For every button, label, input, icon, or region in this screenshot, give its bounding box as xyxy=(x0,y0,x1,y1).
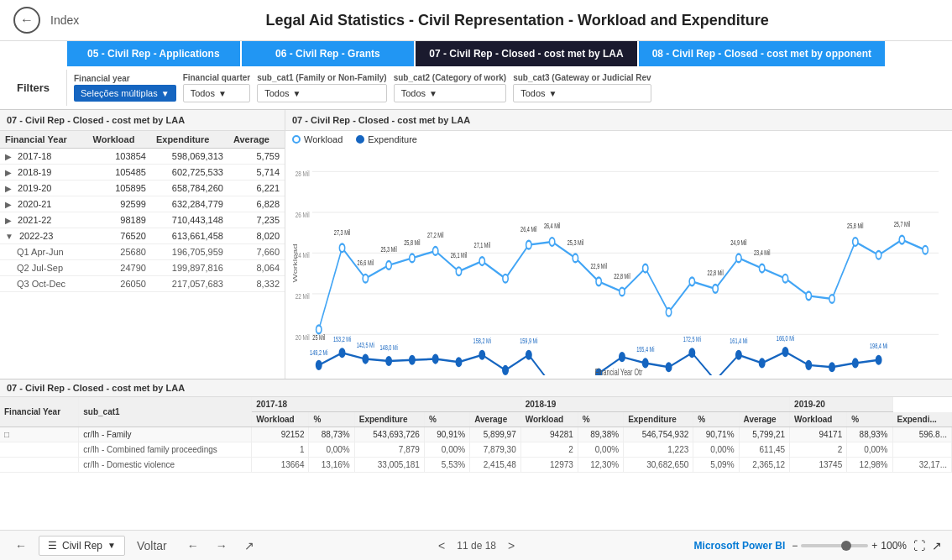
expand-icon[interactable]: ▶ xyxy=(5,200,12,209)
svg-text:158,2 Mi: 158,2 Mi xyxy=(473,338,492,345)
index-link[interactable]: Index xyxy=(50,13,79,27)
sub2-pct-2018: 12,30% xyxy=(578,458,623,473)
filter-subcat2: sub_cat2 (Category of work) Todos ▼ xyxy=(394,73,506,102)
col-financial-year-header: Financial Year xyxy=(0,397,79,427)
nav-right-button[interactable]: → xyxy=(211,537,233,554)
prev-button[interactable]: < xyxy=(433,537,450,554)
powerbi-link[interactable]: Microsoft Power BI xyxy=(694,540,786,552)
civil-rep-button[interactable]: ☰ Civil Rep ▼ xyxy=(39,536,125,556)
average-cell: 5,714 xyxy=(228,165,285,181)
svg-text:23,4 Mil: 23,4 Mil xyxy=(754,249,771,257)
tab-civil-rep-grants[interactable]: 06 - Civil Rep - Grants xyxy=(242,41,415,66)
svg-point-37 xyxy=(923,246,928,254)
sub2-workload-2019: 13745 xyxy=(790,458,847,473)
filter-subcat2-select[interactable]: Todos ▼ xyxy=(394,84,506,102)
year-cell: ▼ 2022-23 xyxy=(0,228,88,244)
filter-financial-year-value: Seleções múltiplas xyxy=(81,88,158,98)
svg-text:27,3 Mil: 27,3 Mil xyxy=(334,228,351,236)
prev-page-button[interactable]: ← xyxy=(10,537,32,554)
sub-label-cell: Q2 Jul-Sep xyxy=(0,260,88,276)
sub-expand-cell-2 xyxy=(0,458,79,473)
avg-2018-val: 5,799,21 xyxy=(739,427,790,442)
nav-left-button[interactable]: ← xyxy=(182,537,204,554)
zoom-slider[interactable] xyxy=(801,544,868,547)
expand-icon[interactable]: ▶ xyxy=(5,216,12,225)
col-avg-2018: Average xyxy=(739,412,790,427)
sub-average-cell: 7,660 xyxy=(228,244,285,260)
tab-civil-rep-closed-opponent[interactable]: 08 - Civil Rep - Closed - cost met by op… xyxy=(639,41,885,66)
sub-exppct-2018: 0,00% xyxy=(693,442,739,458)
filter-subcat3-select[interactable]: Todos ▼ xyxy=(513,84,651,102)
sub-label-2: cr/lh - Domestic violence xyxy=(79,458,252,473)
exppct-2017-val: 90,91% xyxy=(424,427,469,442)
svg-point-57 xyxy=(339,348,344,357)
filter-subcat1-label: sub_cat1 (Family or Non-Family) xyxy=(257,73,386,82)
svg-point-64 xyxy=(503,366,508,374)
svg-point-56 xyxy=(316,361,322,369)
back-page-button[interactable]: Voltar xyxy=(132,537,172,554)
share-button[interactable]: ↗ xyxy=(932,539,942,552)
expand-icon[interactable]: ▶ xyxy=(5,152,12,161)
expand-cell[interactable]: □ xyxy=(0,427,79,442)
filter-financial-year-select[interactable]: Seleções múltiplas ▼ xyxy=(74,85,176,102)
collapse-button[interactable]: ↗ xyxy=(239,537,259,554)
filter-group: Financial year Seleções múltiplas ▼ Fina… xyxy=(67,70,952,106)
filter-subcat1-select[interactable]: Todos ▼ xyxy=(257,84,386,102)
sub-pct-2019: 0,00% xyxy=(847,442,892,458)
col-workload: Workload xyxy=(88,131,151,149)
zoom-minus-button[interactable]: − xyxy=(792,540,798,552)
svg-point-32 xyxy=(806,291,811,300)
bottom-table-container[interactable]: Financial Year sub_cat1 2017-18 2018-19 … xyxy=(0,397,952,530)
svg-point-59 xyxy=(386,357,391,365)
back-button[interactable]: ← xyxy=(13,7,40,34)
zoom-plus-button[interactable]: + xyxy=(871,540,877,552)
chevron-down-icon: ▼ xyxy=(161,89,170,98)
svg-point-21 xyxy=(549,238,554,246)
sub2-pct-2017: 13,16% xyxy=(309,458,354,473)
next-button[interactable]: > xyxy=(503,537,520,554)
workload-cell: 103854 xyxy=(88,149,151,165)
sub-workload-cell: 25680 xyxy=(88,244,151,260)
sub2-exppct-2018: 5,09% xyxy=(693,458,739,473)
col-expenditure: Expenditure xyxy=(151,131,228,149)
legend-expenditure-label: Expenditure xyxy=(368,134,417,144)
svg-point-75 xyxy=(760,359,765,368)
svg-text:27,2 Mil: 27,2 Mil xyxy=(427,232,444,239)
workload-cell: 76520 xyxy=(88,228,151,244)
filters-label: Filters xyxy=(0,70,67,106)
expand-icon[interactable]: ▶ xyxy=(5,184,12,193)
expenditure-cell: 613,661,458 xyxy=(151,228,228,244)
svg-text:28 Mil: 28 Mil xyxy=(296,170,310,179)
civil-rep-label: Civil Rep xyxy=(62,540,102,552)
filter-financial-quarter: Financial quarter Todos ▼ xyxy=(183,73,251,102)
fullscreen-button[interactable]: ⛶ xyxy=(913,539,925,552)
svg-point-13 xyxy=(363,275,368,283)
footer: ← ☰ Civil Rep ▼ Voltar ← → ↗ < 11 de 18 xyxy=(0,530,952,560)
list-item: Q1 Apr-Jun 25680 196,705,959 7,660 xyxy=(0,244,285,260)
sub-average-cell: 8,064 xyxy=(228,260,285,276)
svg-text:24,9 Mil: 24,9 Mil xyxy=(730,239,747,247)
svg-text:24 Mil: 24 Mil xyxy=(296,251,310,260)
list-item: Q2 Jul-Sep 24790 199,897,816 8,064 xyxy=(0,260,285,276)
svg-point-65 xyxy=(526,351,531,359)
tab-civil-rep-applications[interactable]: 05 - Civil Rep - Applications xyxy=(67,41,240,66)
expand-icon[interactable]: ▶ xyxy=(5,168,12,177)
exp-2018-val: 546,754,932 xyxy=(624,427,693,442)
filter-subcat1: sub_cat1 (Family or Non-Family) Todos ▼ xyxy=(257,73,386,102)
col-subcat1-header: sub_cat1 xyxy=(79,397,252,427)
svg-point-11 xyxy=(316,326,322,334)
svg-text:25,3 Mil: 25,3 Mil xyxy=(568,239,584,247)
svg-point-25 xyxy=(643,264,648,273)
year-cell: ▶ 2017-18 xyxy=(0,149,88,165)
filter-financial-quarter-select[interactable]: Todos ▼ xyxy=(183,84,251,102)
sub-workload-2018: 2 xyxy=(520,442,578,458)
expand-icon[interactable]: ▼ xyxy=(5,232,13,241)
tab-civil-rep-closed-laa[interactable]: 07 - Civil Rep - Closed - cost met by LA… xyxy=(416,41,636,66)
table-row: ▶ 2018-19 105485 602,725,533 5,714 xyxy=(0,165,285,181)
svg-point-18 xyxy=(479,257,484,265)
svg-point-15 xyxy=(410,254,415,263)
svg-point-63 xyxy=(479,351,484,359)
left-table-container[interactable]: Financial Year Workload Expenditure Aver… xyxy=(0,131,285,379)
svg-text:26,6 Mil: 26,6 Mil xyxy=(358,259,374,267)
col-pct-2018: % xyxy=(578,412,623,427)
